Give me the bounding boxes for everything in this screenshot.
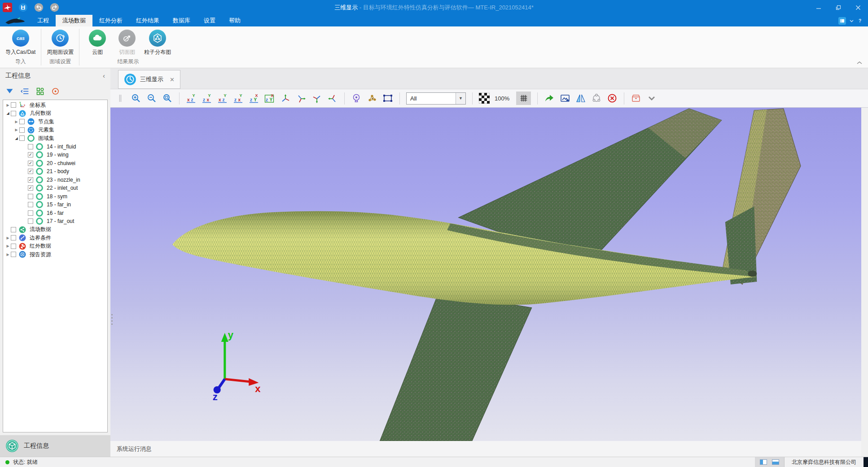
checkbox[interactable]: ✓ xyxy=(28,152,33,157)
package-icon[interactable] xyxy=(631,93,641,104)
grid-icon[interactable] xyxy=(35,87,45,96)
undo-icon[interactable] xyxy=(34,3,44,12)
expander-icon[interactable]: ▶ xyxy=(13,128,19,132)
checkbox[interactable]: ✓ xyxy=(28,177,33,183)
viewport-3d[interactable]: y x z xyxy=(110,108,861,441)
tab-3d-view[interactable]: 三维显示 ✕ xyxy=(118,70,180,89)
save-icon[interactable] xyxy=(18,3,28,12)
tree-item-16-far[interactable]: 16 - far xyxy=(3,209,107,218)
mesh-toggle-button[interactable] xyxy=(516,92,531,105)
tree-item-infrared-data[interactable]: ▶红外数据 xyxy=(3,242,107,251)
minimize-button[interactable] xyxy=(809,0,829,15)
tree-item-23-nozzle-in[interactable]: ✓23 - nozzle_in xyxy=(3,176,107,184)
checkbox[interactable] xyxy=(19,135,25,141)
beacon-icon[interactable] xyxy=(351,93,362,104)
tree-item-geometry-data[interactable]: ◢几何数据 xyxy=(3,109,107,118)
checkbox[interactable] xyxy=(11,102,16,108)
view-front-icon[interactable]: xzY xyxy=(186,93,197,104)
view-back-icon[interactable]: zxY xyxy=(202,93,212,104)
tree-item-17-far-out[interactable]: 17 - far_out xyxy=(3,217,107,226)
help-icon[interactable]: ? xyxy=(857,18,863,23)
list-icon[interactable] xyxy=(20,87,30,96)
snapshot-icon[interactable] xyxy=(560,93,570,104)
view-right-icon[interactable]: zxY xyxy=(233,93,244,104)
display-filter-select[interactable]: All▼ xyxy=(406,92,466,105)
panel-bottom-tab[interactable]: 工程信息 xyxy=(0,435,110,457)
checkbox[interactable] xyxy=(28,202,33,207)
menu-item-help[interactable]: 帮助 xyxy=(222,15,247,26)
tree-item-18-sym[interactable]: 18 - sym xyxy=(3,192,107,201)
menu-item-settings[interactable]: 设置 xyxy=(197,15,222,26)
checkbox[interactable]: ✓ xyxy=(28,185,33,191)
ribbon-button-cloud-map[interactable]: 云图 xyxy=(85,30,110,56)
target-icon[interactable] xyxy=(51,87,60,96)
close-button[interactable] xyxy=(848,0,868,15)
layout-bottom-panel-icon[interactable] xyxy=(772,459,779,465)
molecule-icon[interactable] xyxy=(367,93,377,104)
menu-item-ir-analysis[interactable]: 红外分析 xyxy=(92,15,129,26)
zoom-out-icon[interactable] xyxy=(146,93,157,104)
ribbon-button-particle-distribution[interactable]: 粒子分布图 xyxy=(144,30,171,56)
checkerboard-icon[interactable] xyxy=(479,93,490,104)
ribbon-collapse-icon[interactable] xyxy=(856,61,863,65)
expander-icon[interactable]: ▶ xyxy=(5,244,11,248)
theme-dropdown-icon[interactable] xyxy=(850,19,854,22)
view-left-icon[interactable]: xzY xyxy=(217,93,228,104)
checkbox[interactable] xyxy=(28,144,33,149)
menu-item-flow-field-data[interactable]: 流场数据 xyxy=(56,15,92,26)
checkbox[interactable]: ✓ xyxy=(28,169,33,174)
redo-icon[interactable] xyxy=(50,3,59,12)
combo-dropdown-icon[interactable]: ▼ xyxy=(456,93,465,104)
tree-item-20-chuiwei[interactable]: ✓20 - chuiwei xyxy=(3,159,107,168)
tree-item-report-resources[interactable]: ▶报告资源 xyxy=(3,250,107,259)
tree-item-coordinate-system[interactable]: ▶Yzx坐标系 xyxy=(3,101,107,109)
checkbox[interactable]: ✓ xyxy=(28,161,33,166)
checkbox[interactable] xyxy=(11,235,16,240)
checkbox[interactable] xyxy=(28,194,33,199)
checkbox[interactable] xyxy=(19,127,25,133)
filter-icon[interactable] xyxy=(5,87,14,96)
view-iso-4-icon[interactable] xyxy=(327,93,338,104)
select-region-icon[interactable] xyxy=(382,93,393,104)
zoom-window-icon[interactable] xyxy=(162,93,173,104)
checkbox[interactable] xyxy=(28,218,33,224)
tree-item-face-set[interactable]: ◢面域集 xyxy=(3,134,107,143)
ribbon-button-periodic-face-setup[interactable]: 周期面设置 xyxy=(47,30,74,56)
view-top-icon[interactable]: zYX xyxy=(249,93,259,104)
resize-grip[interactable] xyxy=(864,457,868,467)
tree-item-14-int-fluid[interactable]: 14 - int_fluid xyxy=(3,143,107,151)
expander-icon[interactable]: ▶ xyxy=(13,120,19,124)
panel-collapse-icon[interactable]: ‹ xyxy=(103,72,105,79)
checkbox[interactable] xyxy=(11,244,16,249)
theme-icon[interactable] xyxy=(838,17,846,25)
cancel-icon[interactable] xyxy=(607,93,618,104)
zoom-level-dropdown[interactable]: 100% xyxy=(495,95,511,102)
ribbon-button-import-cas-dat[interactable]: cas导入Cas/Dat xyxy=(5,30,35,56)
expander-icon[interactable]: ▶ xyxy=(5,103,11,107)
view-iso-2-icon[interactable] xyxy=(296,93,307,104)
layout-left-panel-icon[interactable] xyxy=(760,459,767,465)
tree-item-21-body[interactable]: ✓21 - body xyxy=(3,167,107,176)
menu-item-project[interactable]: 工程 xyxy=(31,15,56,26)
view-iso-1-icon[interactable] xyxy=(280,93,291,104)
expander-icon[interactable]: ▶ xyxy=(5,236,11,240)
expander-icon[interactable]: ◢ xyxy=(13,136,19,140)
tree-item-15-far-in[interactable]: 15 - far_in xyxy=(3,201,107,209)
zoom-in-icon[interactable] xyxy=(131,93,141,104)
checkbox[interactable] xyxy=(28,210,33,216)
share-arrow-icon[interactable] xyxy=(544,93,555,104)
ring-nodes-icon[interactable] xyxy=(591,93,602,104)
tree-item-flow-field-data[interactable]: 流场数据 xyxy=(3,226,107,234)
expander-icon[interactable]: ◢ xyxy=(5,111,11,115)
tree-item-22-inlet-out[interactable]: ✓22 - inlet_out xyxy=(3,184,107,192)
app-jet-icon[interactable] xyxy=(3,3,12,12)
maximize-button[interactable] xyxy=(829,0,848,15)
package-dropdown-icon[interactable] xyxy=(646,93,657,104)
checkbox[interactable] xyxy=(19,119,25,124)
tree-item-19-wing[interactable]: ✓19 - wing xyxy=(3,151,107,159)
menu-item-database[interactable]: 数据库 xyxy=(166,15,197,26)
view-iso-3-icon[interactable] xyxy=(311,93,322,104)
menu-item-ir-results[interactable]: 红外结果 xyxy=(129,15,166,26)
tree-item-element-set[interactable]: ▶元素集 xyxy=(3,126,107,135)
tree-item-boundary-conditions[interactable]: ▶边界条件 xyxy=(3,234,107,242)
